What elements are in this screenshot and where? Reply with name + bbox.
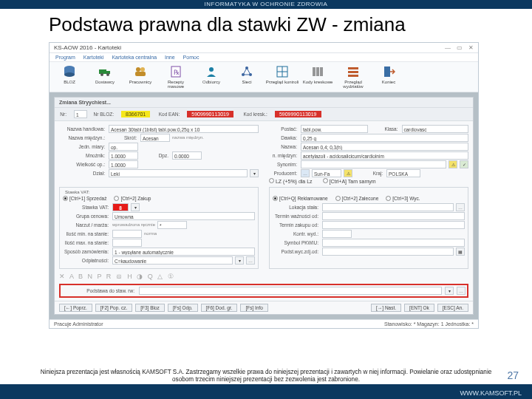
iloscmax-field[interactable]	[112, 239, 142, 247]
ribbon-recepty[interactable]: ℞ Recepty masowe	[159, 64, 193, 89]
check-lz[interactable]: LZ (+5%) dla Lz	[269, 178, 313, 184]
ellipsis-icon[interactable]: …	[457, 287, 466, 295]
postac-field[interactable]: tabl.pow.	[301, 125, 368, 133]
radio-zalecone[interactable]: [Ctrl+2] Zalecone	[335, 196, 379, 201]
btn-odp[interactable]: [Fs] Odp.	[168, 304, 198, 312]
close-icon[interactable]: ✕	[468, 44, 474, 51]
slide: Podstawa prawna dla stawki ZW - zmiana K…	[0, 9, 532, 329]
btn-ok[interactable]: [ENT] Ok	[404, 304, 434, 312]
nrbloz-label: Nr BLOZ:	[93, 112, 115, 117]
ribbon-bloz[interactable]: BLOZ	[52, 64, 86, 89]
check-tam[interactable]: [Ctrl+A] Tam samym	[323, 178, 376, 184]
synonim-label: Synonim:	[269, 162, 299, 167]
dawka-field[interactable]: 0,25 g	[301, 134, 468, 142]
termvat-label: Termin zakupu od:	[273, 222, 320, 228]
dzial-field[interactable]: Leki	[109, 169, 248, 177]
minimize-icon[interactable]: —	[445, 44, 451, 51]
dropdown-icon[interactable]: ▾	[235, 256, 244, 265]
podstawa-label: Podstawa do staw. rw:	[62, 288, 136, 293]
skrot-field[interactable]: Acesan	[140, 134, 170, 142]
page-number: 27	[507, 369, 519, 381]
ok-icon[interactable]: ✓	[460, 160, 468, 168]
symbol-field[interactable]	[322, 239, 465, 247]
btn-nast[interactable]: [→] Nast.	[371, 304, 401, 312]
btn-anuluj[interactable]: [ESC] An.	[437, 304, 468, 312]
dropdown-icon[interactable]: ▾	[445, 287, 454, 295]
podstzdj-field[interactable]	[322, 248, 454, 256]
jedn-miary-field[interactable]: op.	[109, 143, 138, 151]
people-icon	[133, 64, 148, 79]
narzut-field[interactable]: *	[157, 221, 187, 229]
radio-sprzedaz[interactable]: [Ctrl+1] Sprzedaż	[63, 196, 106, 201]
warn-icon[interactable]: ⚠	[344, 169, 352, 177]
iloscmin-field[interactable]	[112, 230, 142, 238]
btn-info[interactable]: [Fs] Info	[240, 304, 267, 312]
ribbon-odbiorcy[interactable]: Odbiorcy	[194, 64, 228, 89]
menu-kartoteki[interactable]: Kartoteki	[83, 55, 104, 60]
btn-popcz[interactable]: [F2] Pop. cz.	[95, 304, 133, 312]
ribbon-kontroli[interactable]: Przegląd kontroli	[265, 64, 299, 89]
svg-rect-28	[384, 66, 390, 77]
menu-program[interactable]: Program	[55, 55, 75, 60]
menu-inne[interactable]: Inne	[165, 55, 175, 60]
ribbon-label: Odbiorcy	[202, 80, 220, 84]
nazwa2-field[interactable]: Acesan 0,4; 0,3(h)	[301, 143, 468, 151]
btn-dodgr[interactable]: [F6] Dod. gr.	[201, 304, 238, 312]
maximize-icon[interactable]: ▭	[457, 44, 463, 51]
mnoznik-field[interactable]: 1.0000	[109, 151, 138, 160]
ribbon-kody[interactable]: Kody kreskowe	[301, 64, 335, 89]
id-row: Nr: 1 Nr BLOZ: 8366701 Kod EAN: 59099901…	[55, 108, 473, 121]
ribbon-label: Przegląd kontroli	[266, 80, 299, 84]
radio-wyc[interactable]: [Ctrl+3] Wyc.	[386, 196, 420, 201]
synonim-field[interactable]	[301, 160, 446, 168]
podstawa-field[interactable]	[139, 287, 442, 295]
kraj-field[interactable]: POLSKA	[386, 169, 420, 177]
termin-field[interactable]	[322, 212, 465, 220]
iloscmin-label: Ilość min. na stanie:	[63, 231, 110, 236]
wielkosc-op-field[interactable]: 1.0000	[109, 160, 138, 168]
kodean-value: 5909990113019	[187, 111, 233, 117]
ribbon-sieci[interactable]: Sieci	[230, 64, 264, 89]
ribbon-wydzialow[interactable]: Przegląd wydziałów	[336, 64, 370, 89]
kodkresk-label: Kod kresk.:	[239, 112, 269, 117]
lookup-icon[interactable]: …	[301, 169, 310, 177]
btn-bloz[interactable]: [F3] Bloz	[135, 304, 165, 312]
radio-zakup[interactable]: [Ctrl+2] Zakup	[114, 196, 151, 201]
ribbon-koniec[interactable]: Koniec	[372, 64, 406, 89]
lok-label: Lokacja stała:	[273, 205, 320, 210]
mnoznik-label: Mnożnik:	[59, 153, 106, 158]
calendar-icon[interactable]: ▦	[456, 248, 465, 256]
ellipsis-icon[interactable]: …	[246, 256, 255, 265]
nazwa2-label: Nazwa:	[269, 144, 299, 149]
svg-point-8	[140, 67, 145, 72]
warn-icon[interactable]: ⚠	[449, 160, 457, 168]
nmiedzyn-field[interactable]: acetylazoli - acidosalicicum/cardiolnim	[301, 151, 468, 160]
grupa-field[interactable]: Umowna	[112, 212, 255, 220]
menu-pomoc[interactable]: Pomoc	[183, 55, 200, 60]
ribbon-pracownicy[interactable]: Pracownicy	[123, 64, 157, 89]
btn-poprz[interactable]: [←] Poprz.	[59, 304, 92, 312]
icon-strip: ✕ A B N P R ⦻ H ◑ Q △ ①	[59, 270, 468, 282]
kontr-field[interactable]	[322, 230, 352, 238]
list-icon	[346, 64, 361, 79]
lok-field[interactable]	[322, 203, 454, 211]
nazwa-handlowa-field[interactable]: Acesan 30tabl (1blist) tabl.pow.0,25g x …	[109, 125, 259, 133]
klasa-field[interactable]: cardiovasc	[402, 125, 469, 133]
dropdown-icon[interactable]: ▾	[250, 169, 259, 177]
menu-centralna[interactable]: Kartoteka centralna	[112, 55, 157, 60]
sposob-field[interactable]: 1 - wysyłane automatycznie	[112, 248, 255, 256]
postac-label: Postać:	[269, 126, 299, 132]
vat-field[interactable]: 8	[112, 203, 129, 211]
lookup-icon[interactable]: …	[456, 203, 465, 211]
dpz-field[interactable]: 0.0000	[172, 151, 202, 160]
odplatnosci-field[interactable]: C=kaudowanie	[112, 256, 233, 265]
ribbon-dostawcy[interactable]: Dostawcy	[88, 64, 122, 89]
dropdown-icon[interactable]: ▾	[131, 203, 140, 211]
radio-reklam[interactable]: [Ctrl+Q] Reklamowane	[273, 196, 328, 201]
nr-field[interactable]: 1	[74, 110, 87, 118]
producent-field[interactable]: Sun-Fa	[312, 169, 341, 177]
nrbloz-value: 8366701	[121, 111, 150, 117]
termvat-field[interactable]	[322, 221, 465, 229]
svg-point-12	[209, 67, 214, 72]
norma-hint: norma	[144, 231, 157, 236]
